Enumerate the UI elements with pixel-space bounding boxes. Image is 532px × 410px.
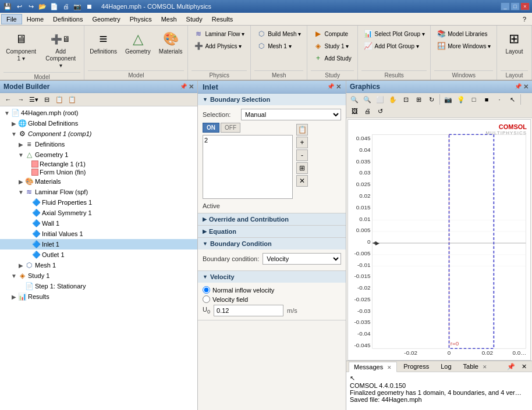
menu-mesh[interactable]: Mesh	[157, 15, 182, 24]
expand-axial-sym[interactable]	[24, 209, 31, 216]
messages-tab-close[interactable]: ✕	[387, 365, 392, 370]
graphics-close-icon[interactable]: ✕	[523, 83, 529, 91]
table-tab-close[interactable]: ✕	[483, 364, 487, 370]
expand-rect1[interactable]	[24, 161, 31, 167]
qa-new-btn[interactable]: 📄	[49, 1, 59, 12]
tree-item-study1[interactable]: ▼ ◈ Study 1	[0, 270, 197, 281]
select-plot-group-btn[interactable]: 📊 Select Plot Group ▾	[361, 28, 428, 40]
tree-item-fluid-props[interactable]: 🔷 Fluid Properties 1	[0, 197, 197, 208]
velocity-field-radio[interactable]	[203, 295, 210, 303]
wireframe-btn[interactable]: □	[468, 94, 480, 105]
collapse-all-btn[interactable]: ⊟	[41, 94, 52, 105]
add-physics-btn[interactable]: ➕ Add Physics ▾	[191, 40, 247, 52]
velocity-header[interactable]: ▼ Velocity	[198, 271, 346, 283]
log-tab[interactable]: Log	[435, 361, 456, 372]
tree-item-outlet1[interactable]: 🔷 Outlet 1	[0, 249, 197, 260]
forward-btn[interactable]: →	[15, 94, 27, 105]
msg-pin-btn[interactable]: 📌	[505, 361, 517, 372]
expand-wall1[interactable]	[24, 220, 31, 227]
tree-item-geometry1[interactable]: ▼ △ Geometry 1	[0, 149, 197, 160]
add-component-btn[interactable]: ➕🖥 AddComponent ▾	[41, 28, 80, 71]
tree-item-global-defs[interactable]: ▶ 🌐 Global Definitions	[0, 118, 197, 129]
qa-save-btn[interactable]: 💾	[2, 1, 13, 12]
expand-laminar-flow[interactable]: ▼	[17, 188, 24, 195]
menu-results[interactable]: Results	[207, 15, 238, 24]
qa-print-btn[interactable]: 🖨	[61, 1, 71, 12]
tree-item-root[interactable]: ▼ 📄 44Hagen.mph (root)	[0, 108, 197, 118]
expand-global-defs[interactable]: ▶	[10, 120, 17, 127]
on-button[interactable]: ON	[203, 123, 219, 133]
expand-init-vals[interactable]	[24, 230, 31, 237]
messages-tab[interactable]: Messages ✕	[349, 362, 397, 372]
normal-inflow-radio[interactable]	[203, 286, 210, 294]
mesh1-btn[interactable]: ⬡ Mesh 1 ▾	[254, 40, 304, 52]
pan-btn[interactable]: ✋	[387, 94, 399, 105]
boundary-selection-header[interactable]: ▼ Boundary Selection	[198, 94, 346, 105]
rotate-btn[interactable]: ↻	[425, 94, 437, 105]
minimize-btn[interactable]: _	[501, 2, 510, 10]
build-mesh-btn[interactable]: ⬡ Build Mesh ▾	[254, 28, 304, 40]
definitions-ribbon-btn[interactable]: ≡ Definitions	[87, 28, 120, 57]
graphics-pin-icon[interactable]: 📌	[515, 83, 522, 91]
print-btn[interactable]: 🖨	[361, 106, 373, 116]
study1-btn[interactable]: ◈ Study 1 ▾	[311, 40, 354, 52]
expand-outlet1[interactable]	[24, 251, 31, 258]
expand-step1[interactable]	[17, 283, 24, 290]
add-btn[interactable]: +	[296, 137, 308, 148]
tree-btn2[interactable]: 📋	[66, 94, 78, 105]
graphics-plot-area[interactable]: COMSOL MULTIPHYSICS 0.045 0.04 0.035 0.0…	[347, 119, 531, 361]
menu-geometry[interactable]: Geometry	[87, 15, 125, 24]
menu-study[interactable]: Study	[182, 15, 207, 24]
expand-materials[interactable]: ▶	[17, 178, 24, 185]
laminar-flow-btn[interactable]: ≋ Laminar Flow ▾	[191, 28, 247, 40]
qa-stop-btn[interactable]: ⏹	[84, 1, 94, 12]
menu-file[interactable]: File	[1, 14, 22, 24]
component-btn[interactable]: 🖥 Component1 ▾	[3, 28, 38, 64]
qa-redo-btn[interactable]: ↪	[26, 1, 36, 12]
materials-ribbon-btn[interactable]: 🎨 Materials	[156, 28, 186, 57]
expand-definitions[interactable]: ▶	[17, 141, 24, 148]
layout-btn[interactable]: ⊞ Layout	[502, 28, 526, 57]
back-btn[interactable]: ←	[2, 94, 14, 105]
tree-item-init-vals[interactable]: 🔷 Initial Values 1	[0, 229, 197, 239]
extra-btn[interactable]: ✕	[296, 175, 308, 187]
camera-btn[interactable]: 📷	[442, 94, 454, 105]
menu-definitions[interactable]: Definitions	[48, 15, 87, 24]
tree-item-form-union[interactable]: Form Union (fin)	[0, 168, 197, 176]
zoom-box-btn[interactable]: ⬜	[374, 94, 386, 105]
model-libraries-btn[interactable]: 📚 Model Libraries	[434, 28, 494, 40]
tree-item-comp1[interactable]: ▼ ⚙ Component 1 (comp1)	[0, 129, 197, 139]
bc-dropdown[interactable]: Velocity Pressure Flow rate	[263, 253, 341, 265]
remove-btn[interactable]: -	[296, 149, 308, 161]
boundary-list[interactable]: 2	[203, 135, 293, 199]
inlet-close-icon[interactable]: ✕	[336, 83, 341, 91]
tree-item-materials[interactable]: ▶ 🎨 Materials	[0, 176, 197, 187]
expand-study1[interactable]: ▼	[10, 272, 17, 279]
more-windows-btn[interactable]: 🪟 More Windows ▾	[434, 40, 494, 52]
tree-item-step1[interactable]: 📄 Step 1: Stationary	[0, 281, 197, 291]
tree-item-definitions[interactable]: ▶ ≡ Definitions	[0, 139, 197, 149]
copy-btn[interactable]: ⊞	[296, 162, 308, 174]
table-tab[interactable]: Table ✕	[458, 361, 492, 372]
selection-btn[interactable]: ↖	[506, 94, 518, 105]
tree-options-btn[interactable]: ☰▾	[28, 94, 40, 105]
expand-inlet1[interactable]	[24, 241, 31, 248]
close-btn[interactable]: ×	[520, 2, 530, 10]
solid-btn[interactable]: ■	[481, 94, 492, 105]
tree-item-results[interactable]: ▶ 📊 Results	[0, 291, 197, 302]
zoom-out-btn[interactable]: 🔍	[361, 94, 373, 105]
tree-item-wall1[interactable]: 🔷 Wall 1	[0, 218, 197, 229]
expand-root[interactable]: ▼	[3, 109, 10, 116]
tree-item-axial-sym[interactable]: 🔷 Axial Symmetry 1	[0, 208, 197, 218]
normal-inflow-radio-label[interactable]: Normal inflow velocity	[203, 286, 341, 294]
override-header[interactable]: ▶ Override and Contribution	[198, 213, 346, 225]
qa-open-btn[interactable]: 📂	[37, 1, 48, 12]
close-panel-icon[interactable]: ✕	[189, 83, 194, 91]
zoom-in-btn[interactable]: 🔍	[349, 94, 360, 105]
menu-physics[interactable]: Physics	[125, 15, 157, 24]
light-btn[interactable]: 💡	[455, 94, 467, 105]
tree-btn1[interactable]: 📋	[54, 94, 65, 105]
tree-item-mesh1[interactable]: ▶ ⬡ Mesh 1	[0, 260, 197, 270]
u0-input[interactable]	[214, 305, 283, 316]
point-btn[interactable]: ·	[494, 94, 505, 105]
